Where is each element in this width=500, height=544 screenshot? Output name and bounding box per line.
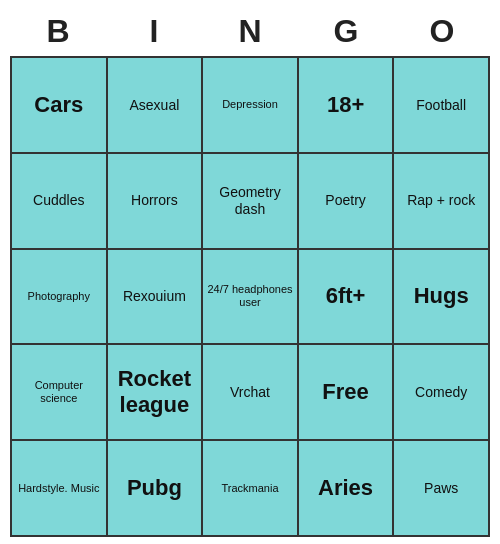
bingo-cell: Free: [299, 345, 395, 441]
bingo-cell: Computer science: [12, 345, 108, 441]
bingo-grid: CarsAsexualDepression18+FootballCuddlesH…: [10, 56, 490, 537]
bingo-cell: Horrors: [108, 154, 204, 250]
cell-text: Pubg: [127, 475, 182, 501]
cell-text: Photography: [28, 290, 90, 303]
cell-text: Rap + rock: [407, 192, 475, 209]
cell-text: Depression: [222, 98, 278, 111]
cell-text: 18+: [327, 92, 364, 118]
cell-text: Geometry dash: [207, 184, 293, 218]
cell-text: Horrors: [131, 192, 178, 209]
bingo-cell: 6ft+: [299, 250, 395, 346]
bingo-cell: 24/7 headphones user: [203, 250, 299, 346]
bingo-cell: Pubg: [108, 441, 204, 537]
cell-text: Comedy: [415, 384, 467, 401]
header-letter: I: [106, 7, 202, 56]
header-letter: N: [202, 7, 298, 56]
bingo-cell: Asexual: [108, 58, 204, 154]
cell-text: Rexouium: [123, 288, 186, 305]
bingo-cell: Photography: [12, 250, 108, 346]
cell-text: 24/7 headphones user: [207, 283, 293, 309]
cell-text: Football: [416, 97, 466, 114]
bingo-cell: Football: [394, 58, 490, 154]
cell-text: Trackmania: [221, 482, 278, 495]
header-letter: G: [298, 7, 394, 56]
bingo-cell: Comedy: [394, 345, 490, 441]
cell-text: Rocket league: [112, 366, 198, 419]
bingo-cell: Paws: [394, 441, 490, 537]
bingo-cell: Hardstyle. Music: [12, 441, 108, 537]
cell-text: Cuddles: [33, 192, 84, 209]
cell-text: Free: [322, 379, 368, 405]
header-letter: O: [394, 7, 490, 56]
cell-text: Aries: [318, 475, 373, 501]
bingo-cell: Aries: [299, 441, 395, 537]
cell-text: Cars: [34, 92, 83, 118]
bingo-cell: Cars: [12, 58, 108, 154]
cell-text: 6ft+: [326, 283, 366, 309]
bingo-header: BINGO: [10, 7, 490, 56]
cell-text: Vrchat: [230, 384, 270, 401]
bingo-cell: Vrchat: [203, 345, 299, 441]
bingo-cell: Rexouium: [108, 250, 204, 346]
bingo-cell: Hugs: [394, 250, 490, 346]
cell-text: Paws: [424, 480, 458, 497]
bingo-cell: Rocket league: [108, 345, 204, 441]
bingo-cell: Cuddles: [12, 154, 108, 250]
bingo-cell: Geometry dash: [203, 154, 299, 250]
cell-text: Hardstyle. Music: [18, 482, 99, 495]
bingo-cell: Rap + rock: [394, 154, 490, 250]
bingo-cell: Poetry: [299, 154, 395, 250]
bingo-cell: Trackmania: [203, 441, 299, 537]
bingo-cell: Depression: [203, 58, 299, 154]
cell-text: Poetry: [325, 192, 365, 209]
cell-text: Asexual: [129, 97, 179, 114]
bingo-card: BINGO CarsAsexualDepression18+FootballCu…: [10, 7, 490, 537]
cell-text: Hugs: [414, 283, 469, 309]
header-letter: B: [10, 7, 106, 56]
cell-text: Computer science: [16, 379, 102, 405]
bingo-cell: 18+: [299, 58, 395, 154]
